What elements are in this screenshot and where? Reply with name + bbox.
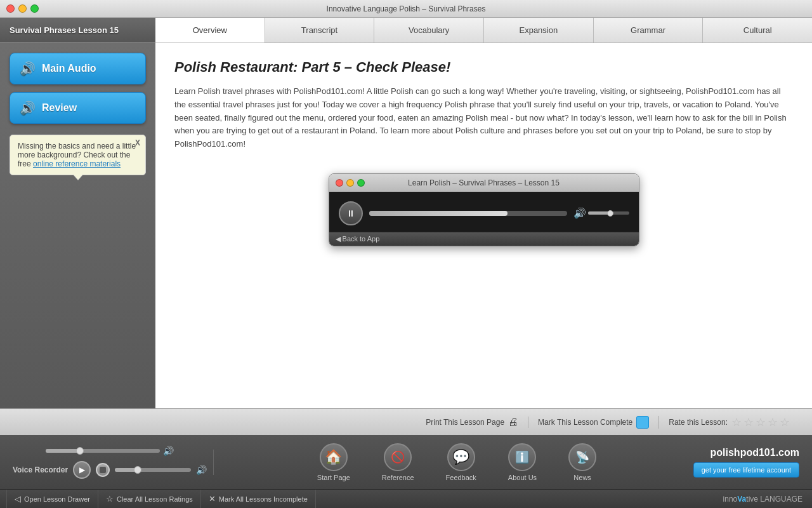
feedback-label: Feedback: [446, 474, 476, 481]
vr-stop-button[interactable]: [96, 463, 110, 477]
lesson-description: Learn Polish travel phrases with PolishP…: [174, 85, 793, 151]
reference-tooltip: X Missing the basics and need a little m…: [10, 135, 146, 175]
news-icon: 📡: [568, 443, 596, 471]
complete-label: Mark This Lesson Complete: [538, 418, 632, 427]
tooltip-link[interactable]: online reference materials: [33, 159, 121, 168]
star-1[interactable]: ☆: [731, 415, 742, 429]
home-icon: 🏠: [320, 443, 348, 471]
vr-stop-inner: [100, 467, 106, 473]
tooltip-close-button[interactable]: X: [135, 138, 140, 147]
brand-cta-button[interactable]: get your free lifetime account: [693, 462, 799, 478]
maximize-button[interactable]: [30, 4, 39, 13]
back-to-app-button[interactable]: ◀ Back to App: [329, 232, 639, 246]
star-4[interactable]: ☆: [768, 415, 778, 429]
lesson-title: Polish Restaurant: Part 5 – Check Please…: [174, 59, 793, 76]
tab-cultural[interactable]: Cultural: [703, 18, 812, 43]
tab-overview[interactable]: Overview: [155, 18, 265, 43]
speaker-icon-review: 🔊: [20, 100, 36, 116]
tab-vocabulary[interactable]: Vocabulary: [374, 18, 484, 43]
footer-nav-news[interactable]: 📡 News: [553, 443, 612, 481]
rate-lesson-area: Rate this Lesson: ☆ ☆ ☆ ☆ ☆: [659, 415, 799, 429]
feedback-icon: 💬: [447, 443, 475, 471]
brand-name: polishpod101.com: [710, 447, 799, 458]
vr-controls: Voice Recorder ▶ 🔊: [13, 461, 207, 479]
vr-top-row: 🔊: [46, 446, 174, 456]
clear-ratings-button[interactable]: ☆ Clear All Lesson Ratings: [98, 490, 201, 508]
volume-knob: [607, 210, 613, 217]
about-icon: ℹ️: [508, 443, 536, 471]
sidebar-heading: Survival Phrases Lesson 15: [10, 25, 119, 35]
player-titlebar: Learn Polish – Survival Phrases – Lesson…: [329, 174, 639, 192]
mark-incomplete-button[interactable]: ✕ Mark All Lessons Incomplete: [201, 490, 316, 508]
player-body: ⏸ 🔊: [329, 192, 639, 232]
main-content: Polish Restaurant: Part 5 – Check Please…: [155, 43, 812, 408]
volume-container: 🔊: [573, 207, 629, 219]
player-min-btn[interactable]: [346, 179, 354, 187]
content-area: 🔊 Main Audio 🔊 Review X Missing the basi…: [0, 43, 812, 408]
vr-play-button[interactable]: ▶: [73, 461, 91, 479]
voice-recorder: 🔊 Voice Recorder ▶ 🔊: [13, 446, 207, 479]
vr-volume-slider[interactable]: [46, 449, 160, 453]
print-label: Print This Lesson Page: [426, 418, 504, 427]
clear-ratings-label: Clear All Lesson Ratings: [117, 495, 193, 503]
about-label: About Us: [508, 474, 537, 481]
tab-expansion[interactable]: Expansion: [484, 18, 594, 43]
progress-bar[interactable]: [369, 211, 567, 216]
player-window-controls[interactable]: [336, 179, 365, 187]
star-5[interactable]: ☆: [780, 415, 790, 429]
volume-slider[interactable]: [588, 211, 629, 215]
player-max-btn[interactable]: [357, 179, 365, 187]
reference-icon: 🚫: [384, 443, 412, 471]
vr-separator: [213, 450, 214, 475]
close-button[interactable]: [6, 4, 15, 13]
footer-nav-about[interactable]: ℹ️ About Us: [492, 443, 553, 481]
footer-brand: innoVative LANGUAGE: [723, 495, 806, 504]
footer-icons: 🏠 Start Page 🚫 Reference 💬 Feedback ℹ️ A…: [220, 443, 693, 481]
vr-speaker-icon: 🔊: [196, 465, 207, 475]
footer-nav-start-page[interactable]: 🏠 Start Page: [301, 443, 366, 481]
news-label: News: [573, 474, 591, 481]
tab-grammar[interactable]: Grammar: [594, 18, 704, 43]
player-title: Learn Polish – Survival Phrases – Lesson…: [408, 178, 560, 187]
drawer-icon: ◁: [15, 494, 21, 504]
brand-box: polishpod101.com get your free lifetime …: [693, 447, 799, 478]
mark-complete-button[interactable]: Mark This Lesson Complete: [528, 416, 659, 429]
vr-label: Voice Recorder: [13, 465, 68, 474]
volume-icon: 🔊: [573, 207, 586, 219]
complete-checkbox[interactable]: [636, 416, 649, 429]
footer-nav-feedback[interactable]: 💬 Feedback: [430, 443, 492, 481]
star-rating[interactable]: ☆ ☆ ☆ ☆ ☆: [731, 415, 790, 429]
open-drawer-label: Open Lesson Drawer: [24, 495, 90, 503]
tab-transcript[interactable]: Transcript: [265, 18, 375, 43]
vr-progress-slider[interactable]: [115, 468, 191, 472]
audio-player-window: Learn Polish – Survival Phrases – Lesson…: [329, 173, 639, 246]
review-button[interactable]: 🔊 Review: [10, 92, 146, 124]
play-pause-button[interactable]: ⏸: [339, 201, 363, 225]
printer-icon: 🖨: [508, 417, 518, 428]
player-close-btn[interactable]: [336, 179, 343, 187]
footer-nav-reference[interactable]: 🚫 Reference: [366, 443, 430, 481]
title-bar: Innovative Language Polish – Survival Ph…: [0, 0, 812, 18]
mark-incomplete-label: Mark All Lessons Incomplete: [219, 495, 308, 503]
player-wrapper: Learn Polish – Survival Phrases – Lesson…: [174, 173, 793, 246]
window-title: Innovative Language Polish – Survival Ph…: [327, 4, 486, 13]
open-drawer-button[interactable]: ◁ Open Lesson Drawer: [6, 490, 98, 508]
print-lesson-button[interactable]: Print This Lesson Page 🖨: [416, 417, 528, 428]
vr-slider-fill: [46, 449, 80, 453]
reference-label: Reference: [382, 474, 414, 481]
star-2[interactable]: ☆: [743, 415, 754, 429]
window-controls[interactable]: [6, 4, 39, 13]
action-bar: Print This Lesson Page 🖨 Mark This Lesso…: [0, 408, 812, 435]
star-3[interactable]: ☆: [756, 415, 766, 429]
player-controls: ⏸ 🔊: [339, 201, 629, 225]
bottom-toolbar: ◁ Open Lesson Drawer ☆ Clear All Lesson …: [0, 489, 812, 508]
tabs-container: Overview Transcript Vocabulary Expansion…: [155, 18, 812, 43]
vr-volume-icon: 🔊: [163, 446, 174, 456]
rate-label: Rate this Lesson:: [669, 418, 728, 427]
start-page-label: Start Page: [317, 474, 350, 481]
minimize-button[interactable]: [18, 4, 27, 13]
main-audio-button[interactable]: 🔊 Main Audio: [10, 53, 146, 84]
sidebar-header: Survival Phrases Lesson 15: [0, 18, 155, 43]
x-icon: ✕: [209, 494, 216, 504]
vr-slider-knob: [76, 447, 84, 455]
